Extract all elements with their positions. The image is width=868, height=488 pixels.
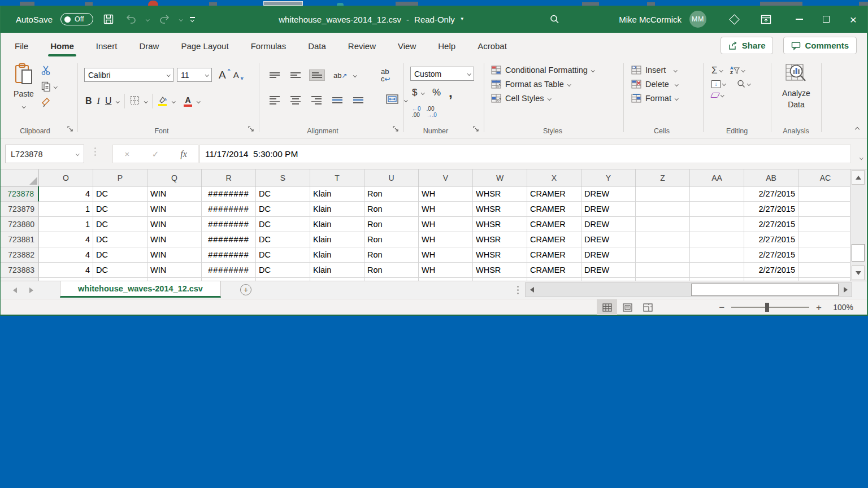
cell-Q723880[interactable]: WIN (147, 217, 202, 232)
fill-color-button[interactable] (158, 96, 167, 106)
increase-decimal-button[interactable]: ←0.00 (412, 106, 421, 118)
cell-AA723883[interactable] (690, 263, 744, 278)
cell-U723882[interactable]: Ron (364, 247, 419, 263)
cell-T723879[interactable]: Klain (310, 202, 364, 217)
cell-Y723882[interactable]: DREW (581, 247, 636, 263)
cell-AA723880[interactable] (690, 217, 744, 232)
orientation-dropdown-icon[interactable] (353, 73, 357, 77)
cell-Y723881[interactable]: DREW (581, 232, 636, 247)
paste-button[interactable]: Paste (8, 63, 39, 110)
increase-indent-button[interactable] (351, 95, 366, 105)
vertical-scrollbar-thumb[interactable] (852, 244, 865, 262)
share-button[interactable]: Share (721, 37, 774, 54)
row-header-723883[interactable]: 723883 (1, 263, 39, 278)
column-header-P[interactable]: P (93, 169, 147, 186)
clipboard-dialog-launcher[interactable] (67, 124, 73, 134)
column-header-W[interactable]: W (473, 169, 527, 186)
column-header-T[interactable]: T (310, 169, 364, 186)
cell-R723883[interactable]: ######## (202, 263, 256, 278)
cell-O723878[interactable]: 4 (39, 186, 93, 202)
cell-Z723882[interactable] (636, 247, 690, 263)
tab-page-layout[interactable]: Page Layout (180, 39, 229, 53)
zoom-in-button[interactable]: + (816, 303, 822, 312)
column-header-AC[interactable]: AC (798, 169, 852, 186)
column-header-S[interactable]: S (256, 169, 310, 186)
cell-P723883[interactable]: DC (93, 263, 147, 278)
column-header-V[interactable]: V (419, 169, 473, 186)
cell-O723883[interactable]: 4 (39, 263, 93, 278)
cell-S723883[interactable]: DC (256, 263, 310, 278)
tab-review[interactable]: Review (347, 39, 377, 53)
accounting-format-button[interactable]: $ (412, 87, 417, 98)
cell-P723880[interactable]: DC (93, 217, 147, 232)
italic-button[interactable]: I (97, 96, 100, 106)
autosave-toggle[interactable]: Off (60, 13, 93, 25)
horizontal-scrollbar[interactable] (525, 282, 852, 297)
cell-U723879[interactable]: Ron (364, 202, 419, 217)
cell-AC723882[interactable] (798, 247, 852, 263)
insert-cells-button[interactable]: Insert (631, 66, 678, 75)
column-header-R[interactable]: R (202, 169, 256, 186)
cell-S723880[interactable]: DC (256, 217, 310, 232)
ribbon-display-options-button[interactable] (758, 12, 773, 27)
cell-R723881[interactable]: ######## (202, 232, 256, 247)
cell-P723879[interactable]: DC (93, 202, 147, 217)
borders-button[interactable] (130, 95, 140, 107)
find-select-button[interactable] (737, 80, 750, 88)
bold-button[interactable]: B (85, 96, 92, 106)
normal-view-button[interactable] (597, 299, 617, 315)
formula-bar-splitter[interactable] (94, 147, 96, 156)
cell-Q723879[interactable]: WIN (147, 202, 202, 217)
cell-U723880[interactable]: Ron (364, 217, 419, 232)
cell-W723883[interactable]: WHSR (473, 263, 527, 278)
page-break-preview-button[interactable] (637, 299, 658, 315)
cell-AA723878[interactable] (690, 186, 744, 202)
cell-Y723883[interactable]: DREW (581, 263, 636, 278)
cell-V723881[interactable]: WH (419, 232, 473, 247)
tab-help[interactable]: Help (437, 39, 457, 53)
number-dialog-launcher[interactable] (473, 124, 479, 134)
cell-R723880[interactable]: ######## (202, 217, 256, 232)
cell-Z723878[interactable] (636, 186, 690, 202)
cell-U723878[interactable]: Ron (364, 186, 419, 202)
tab-data[interactable]: Data (307, 39, 327, 53)
scroll-down-button[interactable] (852, 265, 865, 280)
cell-Q723878[interactable]: WIN (147, 186, 202, 202)
merge-center-button[interactable] (386, 94, 398, 106)
align-left-button[interactable] (267, 94, 282, 107)
cell-Y723878[interactable]: DREW (581, 186, 636, 202)
column-header-X[interactable]: X (527, 169, 581, 186)
cell-V723878[interactable]: WH (419, 186, 473, 202)
cell-AC723883[interactable] (798, 263, 852, 278)
cell-T723878[interactable]: Klain (310, 186, 364, 202)
font-dialog-launcher[interactable] (248, 124, 254, 134)
insert-function-button[interactable]: fx (170, 149, 198, 159)
cell-Q723882[interactable]: WIN (147, 247, 202, 263)
mode-dropdown-icon[interactable]: ▼ (460, 17, 465, 21)
scroll-up-button[interactable] (852, 170, 865, 185)
comma-style-button[interactable]: , (449, 89, 453, 96)
cell-R723878[interactable]: ######## (202, 186, 256, 202)
user-name[interactable]: Mike McCormick (619, 15, 682, 24)
sort-filter-button[interactable]: AZ (730, 66, 744, 75)
cell-W723881[interactable]: WHSR (473, 232, 527, 247)
zoom-out-button[interactable]: − (719, 303, 724, 312)
cell-P723881[interactable]: DC (93, 232, 147, 247)
cell-AC723881[interactable] (798, 232, 852, 247)
search-icon[interactable] (547, 12, 562, 27)
name-box-dropdown-icon[interactable] (76, 152, 79, 155)
previous-sheet-button[interactable] (13, 287, 17, 293)
accounting-format-dropdown-icon[interactable] (422, 91, 425, 94)
cell-W723880[interactable]: WHSR (473, 217, 527, 232)
cell-S723879[interactable]: DC (256, 202, 310, 217)
column-header-O[interactable]: O (39, 169, 93, 186)
cell-P723882[interactable]: DC (93, 247, 147, 263)
conditional-formatting-button[interactable]: Conditional Formatting (491, 66, 594, 75)
tab-scroll-splitter[interactable] (517, 286, 519, 294)
analyze-data-button[interactable]: Analyze Data (776, 63, 817, 111)
cell-AA723879[interactable] (690, 202, 744, 217)
cell-O723881[interactable]: 4 (39, 232, 93, 247)
cell-T723882[interactable]: Klain (310, 247, 364, 263)
cell-Z723883[interactable] (636, 263, 690, 278)
cell-AB723879[interactable]: 2/27/2015 (744, 202, 798, 217)
